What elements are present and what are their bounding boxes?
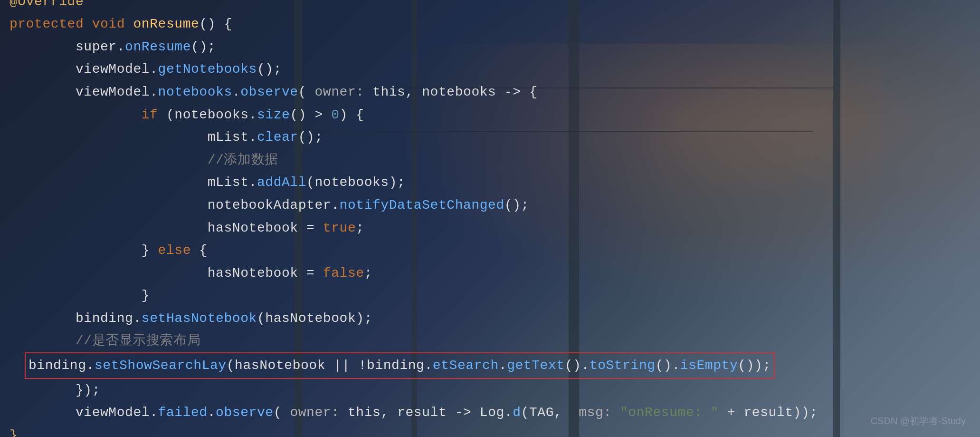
watermark: CSDN @初学者-Study <box>871 415 966 427</box>
code-line-11: hasNotebook = true; <box>10 217 951 240</box>
code-line-8: //添加数据 <box>10 149 951 172</box>
code-line-18: }); <box>10 379 951 402</box>
code-line-5: viewModel.notebooks.observe( owner: this… <box>10 81 951 104</box>
code-container: @Overrideprotected void onResume() { sup… <box>0 0 980 437</box>
code-line-14: } <box>10 284 951 307</box>
code-line-19: viewModel.failed.observe( owner: this, r… <box>10 401 951 424</box>
code-text-4: viewModel.getNotebooks(); <box>42 62 282 77</box>
code-text-17: binding.setShowSearchLay(hasNotebook || … <box>25 352 775 379</box>
code-text-1: @Override <box>10 0 84 13</box>
code-line-16: //是否显示搜索布局 <box>10 330 951 352</box>
code-line-3: super.onResume(); <box>10 36 951 58</box>
code-line-7: mList.clear(); <box>10 126 951 149</box>
code-text-3: super.onResume(); <box>42 39 216 54</box>
code-text-19: viewModel.failed.observe( owner: this, r… <box>42 405 818 420</box>
code-text-14: } <box>76 288 150 303</box>
code-text-6: if (notebooks.size() > 0) { <box>76 107 364 122</box>
code-line-20: } <box>10 424 951 437</box>
code-text-7: mList.clear(); <box>108 130 323 145</box>
code-text-2: protected void onResume() { <box>10 13 232 36</box>
code-text-9: mList.addAll(notebooks); <box>108 175 405 190</box>
code-text-18: }); <box>42 383 100 398</box>
code-line-2: protected void onResume() { <box>10 13 951 36</box>
code-line-13: hasNotebook = false; <box>10 262 951 285</box>
code-text-8: //添加数据 <box>108 153 278 167</box>
code-line-17: binding.setShowSearchLay(hasNotebook || … <box>10 352 951 379</box>
code-text-16: //是否显示搜索布局 <box>42 333 200 348</box>
code-line-4: viewModel.getNotebooks(); <box>10 58 951 81</box>
code-text-12: } else { <box>76 243 208 258</box>
code-text-13: hasNotebook = false; <box>108 266 372 281</box>
code-line-10: notebookAdapter.notifyDataSetChanged(); <box>10 194 951 217</box>
code-text-5: viewModel.notebooks.observe( owner: this… <box>42 85 537 99</box>
code-text-10: notebookAdapter.notifyDataSetChanged(); <box>108 198 529 213</box>
code-block: @Overrideprotected void onResume() { sup… <box>10 0 951 437</box>
code-line-15: binding.setHasNotebook(hasNotebook); <box>10 307 951 330</box>
code-line-1: @Override <box>10 0 951 13</box>
code-text-20: } <box>10 424 18 437</box>
code-line-6: if (notebooks.size() > 0) { <box>10 104 951 126</box>
code-line-12: } else { <box>10 239 951 262</box>
code-text-11: hasNotebook = true; <box>108 221 364 235</box>
code-line-9: mList.addAll(notebooks); <box>10 171 951 194</box>
code-text-15: binding.setHasNotebook(hasNotebook); <box>42 311 372 326</box>
